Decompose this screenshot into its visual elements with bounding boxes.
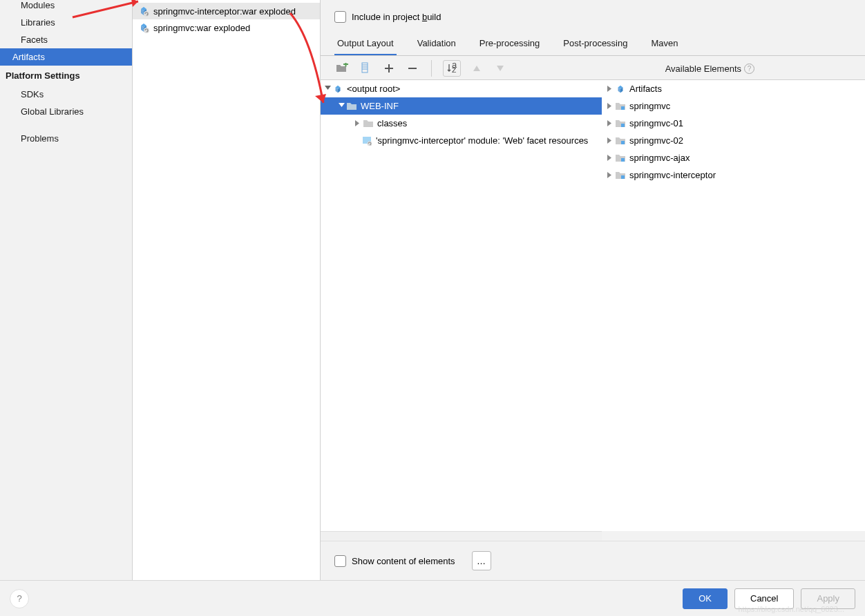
- tree-label: classes: [377, 118, 407, 128]
- tree-classes[interactable]: classes: [321, 115, 602, 132]
- svg-rect-9: [345, 63, 347, 67]
- svg-rect-40: [621, 158, 625, 162]
- sort-icon[interactable]: az: [443, 60, 461, 77]
- tab-output-layout[interactable]: Output Layout: [334, 34, 397, 56]
- svg-rect-38: [621, 141, 625, 144]
- ellipsis-button[interactable]: …: [472, 551, 491, 570]
- show-content-checkbox[interactable]: [334, 555, 346, 567]
- tree-facet-resources[interactable]: 'springmvc-interceptor' module: 'Web' fa…: [321, 132, 602, 149]
- expand-icon[interactable]: [354, 120, 362, 126]
- sidebar-item-problems[interactable]: Problems: [0, 130, 132, 147]
- sidebar-heading-platform: Platform Settings: [0, 66, 132, 86]
- svg-point-7: [144, 28, 149, 33]
- folder-icon: [362, 119, 374, 128]
- tree-label: 'springmvc-interceptor' module: 'Web' fa…: [376, 135, 588, 146]
- show-content-label: Show content of elements: [352, 556, 455, 566]
- tab-validation[interactable]: Validation: [415, 34, 459, 56]
- tree-label: springmvc-ajax: [629, 153, 690, 163]
- avail-springmvc[interactable]: springmvc: [602, 97, 865, 115]
- expand-icon[interactable]: [606, 155, 614, 161]
- tab-maven[interactable]: Maven: [648, 34, 681, 56]
- artifact-detail-panel: Include in project build Output Layout V…: [321, 0, 865, 580]
- svg-rect-36: [621, 124, 625, 127]
- sidebar-item-modules[interactable]: Modules: [0, 0, 132, 14]
- output-tabs: Output Layout Validation Pre-processing …: [321, 34, 865, 56]
- svg-rect-10: [362, 63, 368, 73]
- module-icon: [614, 137, 627, 145]
- sidebar-item-facets[interactable]: Facets: [0, 31, 132, 48]
- tab-post-processing[interactable]: Post-processing: [560, 34, 630, 56]
- help-icon[interactable]: ?: [10, 589, 29, 608]
- svg-marker-26: [355, 120, 359, 126]
- ok-button[interactable]: OK: [683, 588, 728, 609]
- svg-marker-21: [325, 86, 331, 90]
- new-folder-icon[interactable]: [334, 61, 350, 76]
- sidebar-item-sdks[interactable]: SDKs: [0, 86, 132, 103]
- svg-point-3: [144, 11, 149, 17]
- svg-marker-20: [497, 66, 504, 71]
- artifact-item-interceptor[interactable]: springmvc-interceptor:war exploded: [133, 3, 320, 19]
- artifact-icon: [138, 22, 149, 33]
- avail-artifacts[interactable]: Artifacts: [602, 80, 865, 97]
- tree-label: springmvc: [629, 101, 670, 111]
- include-in-build-checkbox[interactable]: [334, 11, 346, 23]
- tree-label: springmvc-interceptor: [629, 170, 716, 180]
- expand-icon[interactable]: [606, 103, 614, 109]
- expand-icon[interactable]: [606, 120, 614, 126]
- include-in-build-label: Include in project build: [352, 12, 441, 22]
- tree-label: springmvc-01: [629, 118, 683, 128]
- move-down-icon[interactable]: [493, 61, 508, 76]
- sidebar-item-artifacts[interactable]: Artifacts: [0, 48, 132, 66]
- add-icon[interactable]: [381, 61, 397, 76]
- module-icon: [614, 154, 627, 162]
- expand-icon[interactable]: [323, 86, 332, 92]
- output-layout-tree: <output root> WEB-INF classes: [321, 80, 602, 531]
- artifact-icon: [138, 6, 149, 17]
- web-facet-icon: [361, 136, 373, 146]
- folder-icon: [345, 102, 358, 110]
- sidebar-item-global-libraries[interactable]: Global Libraries: [0, 103, 132, 120]
- cancel-button[interactable]: Cancel: [734, 588, 794, 609]
- svg-text:z: z: [452, 64, 457, 74]
- module-icon: [614, 102, 627, 110]
- svg-marker-39: [607, 155, 611, 161]
- help-icon[interactable]: ?: [744, 64, 754, 74]
- expand-icon[interactable]: [606, 172, 614, 178]
- avail-springmvc-ajax[interactable]: springmvc-ajax: [602, 149, 865, 166]
- avail-springmvc-02[interactable]: springmvc-02: [602, 132, 865, 149]
- svg-marker-37: [607, 137, 611, 144]
- settings-sidebar: Modules Libraries Facets Artifacts Platf…: [0, 0, 133, 580]
- artifact-label: springmvc:war exploded: [153, 23, 250, 33]
- svg-marker-33: [607, 103, 611, 109]
- move-up-icon[interactable]: [469, 61, 484, 76]
- svg-rect-42: [621, 175, 625, 179]
- artifact-label: springmvc-interceptor:war exploded: [153, 6, 296, 17]
- dialog-footer: ? OK Cancel Apply: [0, 580, 865, 616]
- tree-output-root[interactable]: <output root>: [321, 80, 602, 97]
- tree-label: Artifacts: [629, 84, 662, 94]
- artifact-list: springmvc-interceptor:war exploded sprin…: [133, 0, 321, 580]
- artifact-icon: [332, 84, 344, 94]
- svg-marker-25: [339, 103, 345, 107]
- tree-label: springmvc-02: [629, 135, 683, 146]
- svg-marker-19: [473, 66, 480, 71]
- expand-icon[interactable]: [337, 103, 345, 109]
- artifact-item-springmvc[interactable]: springmvc:war exploded: [133, 19, 320, 36]
- svg-marker-35: [607, 120, 611, 126]
- tree-web-inf[interactable]: WEB-INF: [321, 97, 602, 115]
- new-archive-icon[interactable]: [358, 61, 373, 76]
- svg-marker-41: [607, 172, 611, 178]
- avail-springmvc-interceptor[interactable]: springmvc-interceptor: [602, 166, 865, 184]
- available-elements-label: Available Elements ?: [665, 64, 754, 74]
- remove-icon[interactable]: [405, 61, 420, 76]
- tree-label: <output root>: [347, 84, 400, 94]
- tab-pre-processing[interactable]: Pre-processing: [477, 34, 542, 56]
- apply-button[interactable]: Apply: [801, 588, 855, 609]
- expand-icon[interactable]: [606, 86, 614, 92]
- sidebar-item-libraries[interactable]: Libraries: [0, 14, 132, 31]
- svg-rect-16: [408, 68, 417, 69]
- expand-icon[interactable]: [606, 137, 614, 144]
- avail-springmvc-01[interactable]: springmvc-01: [602, 115, 865, 132]
- svg-rect-34: [621, 106, 625, 110]
- horizontal-scrollbar[interactable]: [321, 531, 602, 541]
